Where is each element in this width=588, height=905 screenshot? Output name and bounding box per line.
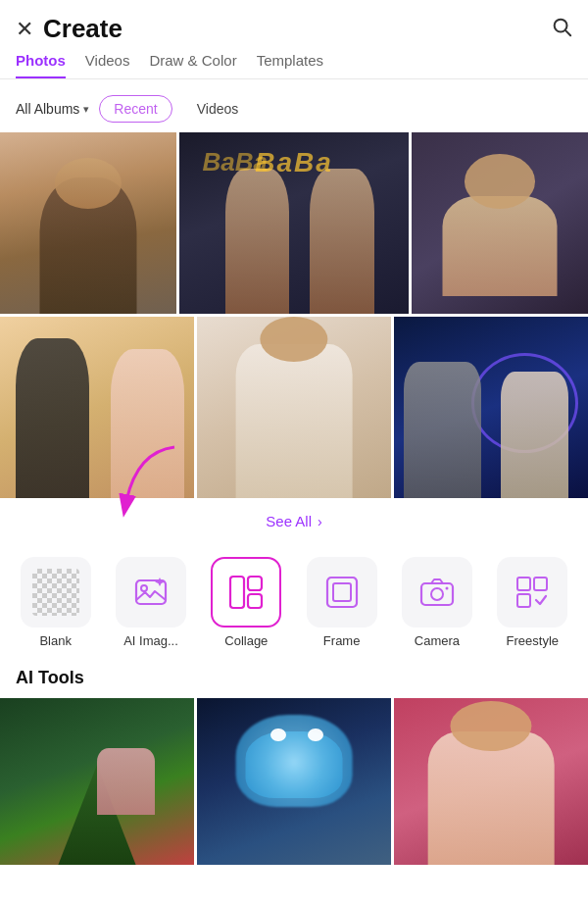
svg-rect-3	[136, 580, 166, 604]
svg-rect-15	[517, 594, 530, 607]
photo-cell-p1[interactable]	[0, 132, 176, 314]
ai-tools-title: AI Tools	[0, 662, 588, 698]
filter-albums-label: All Albums	[16, 101, 79, 117]
svg-rect-6	[248, 577, 262, 590]
create-options: Blank AI Imag... Collage	[0, 547, 588, 662]
blank-label: Blank	[39, 633, 72, 648]
svg-line-1	[565, 30, 570, 35]
see-all-button[interactable]: See All	[266, 513, 312, 529]
svg-rect-8	[327, 578, 357, 607]
ai-image-icon-wrap	[116, 557, 186, 628]
svg-point-12	[445, 587, 448, 590]
filter-videos-button[interactable]: Videos	[182, 95, 254, 123]
photo-row-1: BaBa BaBa	[0, 132, 588, 314]
ai-tools-section: AI Tools	[0, 662, 588, 865]
create-option-camera[interactable]: Camera	[398, 557, 476, 648]
camera-icon	[419, 575, 455, 610]
nav-tabs: Photos Videos Draw & Color Templates	[0, 52, 588, 79]
arrow-annotation	[106, 442, 194, 521]
create-option-ai-image[interactable]: AI Imag...	[112, 557, 190, 648]
filter-albums-dropdown[interactable]: All Albums ▾	[16, 101, 89, 117]
photo-row-2	[0, 317, 588, 498]
filter-row: All Albums ▾ Recent Videos	[0, 89, 588, 132]
tab-templates[interactable]: Templates	[257, 52, 323, 78]
chevron-down-icon: ▾	[83, 103, 89, 116]
frame-icon	[324, 575, 360, 610]
create-option-collage[interactable]: Collage	[207, 557, 285, 648]
close-icon[interactable]: ✕	[16, 19, 33, 40]
tab-draw-color[interactable]: Draw & Color	[149, 52, 236, 78]
frame-label: Frame	[323, 633, 361, 648]
tab-videos[interactable]: Videos	[85, 52, 130, 78]
photos-container: BaBa BaBa	[0, 132, 588, 498]
ai-tool-cell-3[interactable]	[394, 698, 588, 865]
filter-recent-button[interactable]: Recent	[99, 95, 172, 123]
search-icon[interactable]	[551, 16, 572, 43]
freestyle-icon	[514, 575, 550, 610]
chevron-right-icon: ›	[318, 514, 322, 529]
ai-tools-grid	[0, 698, 588, 865]
header: ✕ Create	[0, 0, 588, 52]
camera-icon-wrap	[402, 557, 472, 628]
photo-cell-p3[interactable]	[412, 132, 588, 314]
svg-point-11	[431, 588, 443, 600]
blank-icon-wrap	[21, 557, 91, 628]
see-all-row: See All ›	[0, 501, 588, 547]
header-left: ✕ Create	[16, 14, 122, 44]
svg-rect-14	[534, 578, 547, 590]
svg-rect-5	[230, 577, 244, 608]
ai-tool-cell-1[interactable]	[0, 698, 194, 865]
collage-icon-wrap	[211, 557, 281, 628]
camera-label: Camera	[415, 633, 460, 648]
svg-rect-9	[333, 583, 351, 601]
frame-icon-wrap	[307, 557, 377, 628]
create-option-blank[interactable]: Blank	[17, 557, 95, 648]
collage-icon	[227, 574, 265, 611]
photo-cell-p6[interactable]	[394, 317, 588, 498]
photo-cell-p5[interactable]	[197, 317, 391, 498]
ai-tool-cell-2[interactable]	[197, 698, 391, 865]
ai-image-label: AI Imag...	[123, 633, 178, 648]
svg-rect-7	[248, 594, 262, 608]
tab-photos[interactable]: Photos	[16, 52, 66, 78]
svg-rect-10	[421, 583, 453, 605]
freestyle-label: Freestyle	[507, 633, 559, 648]
ai-image-icon	[133, 575, 169, 610]
create-option-freestyle[interactable]: Freestyle	[493, 557, 571, 648]
page-title: Create	[43, 14, 122, 44]
blank-icon	[32, 569, 79, 616]
svg-rect-13	[517, 578, 530, 590]
collage-label: Collage	[224, 633, 268, 648]
create-option-frame[interactable]: Frame	[303, 557, 381, 648]
svg-point-4	[141, 585, 147, 591]
freestyle-icon-wrap	[497, 557, 567, 628]
photo-cell-p2[interactable]: BaBa BaBa	[179, 132, 409, 314]
